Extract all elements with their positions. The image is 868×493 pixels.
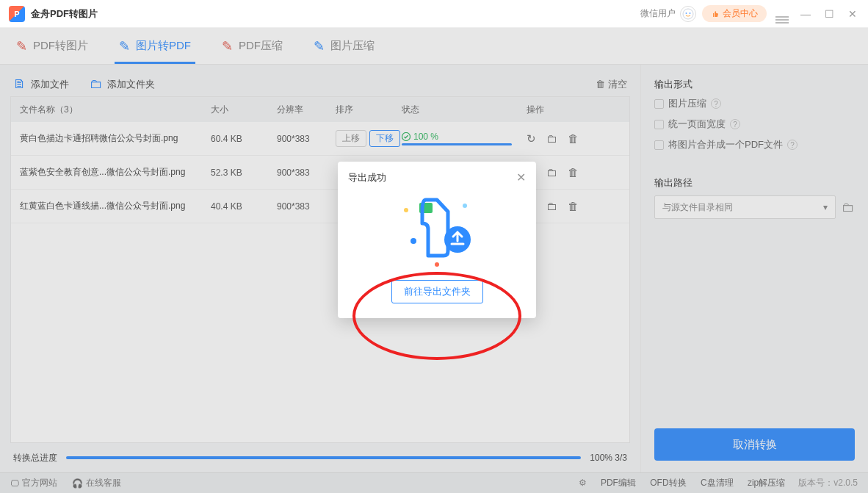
- user-label: 微信用户: [640, 7, 676, 20]
- svg-point-5: [411, 238, 416, 244]
- maximize-icon[interactable]: ☐: [822, 8, 836, 20]
- close-icon[interactable]: ✕: [846, 8, 859, 20]
- title-bar: P 金舟PDF转图片 微信用户 会员中心 — ☐ ✕: [0, 0, 868, 28]
- app-title: 金舟PDF转图片: [31, 7, 98, 21]
- user-block[interactable]: 微信用户: [640, 6, 696, 22]
- menu-icon[interactable]: [775, 8, 789, 20]
- member-label: 会员中心: [723, 7, 758, 20]
- svg-point-9: [435, 262, 439, 267]
- svg-point-6: [463, 204, 467, 208]
- thumbs-up-icon: [711, 10, 720, 18]
- modal-close-icon[interactable]: ✕: [516, 170, 526, 184]
- svg-point-4: [404, 208, 408, 212]
- app-logo-icon: P: [9, 6, 25, 22]
- member-center-button[interactable]: 会员中心: [702, 5, 767, 22]
- user-avatar-icon: [680, 6, 696, 22]
- open-export-folder-button[interactable]: 前往导出文件夹: [391, 280, 483, 303]
- success-illustration: [348, 190, 526, 271]
- svg-point-0: [683, 9, 693, 19]
- export-success-modal: 导出成功 ✕ 前往导出文件夹: [338, 162, 536, 318]
- svg-point-1: [686, 12, 687, 14]
- modal-title: 导出成功: [348, 171, 386, 184]
- minimize-icon[interactable]: —: [799, 8, 812, 20]
- svg-point-2: [690, 12, 691, 14]
